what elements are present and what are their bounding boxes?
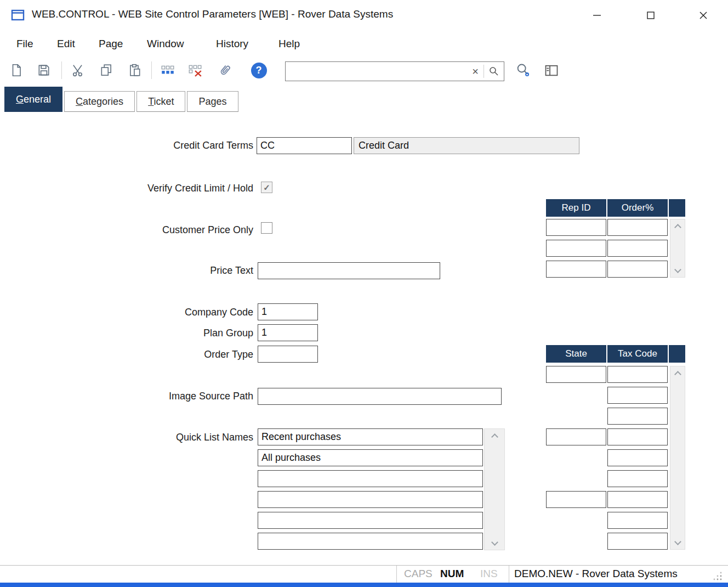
tab-ticket[interactable]: Ticket	[136, 91, 185, 112]
cut-scissors-icon	[71, 63, 85, 77]
state-cell[interactable]	[546, 491, 606, 508]
menu-item-history[interactable]: History	[213, 36, 252, 52]
insert-detail-button[interactable]	[157, 58, 179, 82]
tax-code-cell[interactable]	[607, 449, 668, 466]
tab-general[interactable]: General	[4, 87, 62, 112]
quick-list-input[interactable]	[258, 512, 483, 529]
rep-table-scrollbar[interactable]	[670, 219, 685, 278]
paste-button[interactable]	[124, 58, 146, 82]
save-button[interactable]	[33, 58, 55, 82]
checkmark-icon: ✓	[263, 183, 270, 193]
quick-list-scrollbar[interactable]	[484, 428, 505, 550]
tax-code-cell[interactable]	[607, 470, 668, 487]
maximize-button[interactable]	[638, 4, 663, 26]
order-pct-cell[interactable]	[607, 261, 668, 278]
quick-list-input[interactable]	[258, 533, 483, 550]
minimize-button[interactable]	[584, 4, 610, 26]
tax-code-cell[interactable]	[607, 533, 668, 550]
menu-item-file[interactable]: File	[13, 36, 37, 52]
record-lookup-button[interactable]	[512, 58, 534, 82]
menu-item-window[interactable]: Window	[144, 36, 187, 52]
ins-indicator: INS	[480, 568, 498, 580]
search-clear-icon[interactable]: ×	[467, 65, 484, 78]
chevron-up-icon	[491, 433, 498, 441]
tab-pages-label: Pages	[198, 96, 226, 108]
toolbar-separator	[61, 61, 62, 79]
scroll-down-button[interactable]	[670, 536, 685, 549]
customer-price-only-checkbox[interactable]	[261, 222, 272, 234]
tax-code-cell[interactable]	[607, 387, 668, 404]
scroll-down-button[interactable]	[670, 264, 685, 277]
tax-code-cell[interactable]	[607, 408, 668, 425]
tax-code-cell[interactable]	[607, 491, 668, 508]
search-box: ×	[285, 61, 504, 81]
num-indicator: NUM	[440, 568, 464, 580]
image-source-path-input[interactable]	[258, 388, 502, 405]
status-bar: CAPS NUM INS DEMO.NEW - Rover Data Syste…	[0, 565, 728, 583]
tab-pages[interactable]: Pages	[187, 91, 238, 112]
insert-detail-grid-icon	[160, 63, 175, 77]
scroll-down-button[interactable]	[485, 537, 504, 550]
help-icon: ?	[251, 63, 267, 78]
customer-price-only-label: Customer Price Only	[0, 224, 253, 236]
status-separator	[509, 566, 509, 583]
tax-code-cell[interactable]	[607, 428, 668, 445]
quick-list-input[interactable]	[258, 491, 483, 508]
plan-group-input[interactable]	[258, 324, 318, 341]
title-bar: WEB.CONTROL - WEB Site Control Parameter…	[0, 0, 728, 31]
credit-card-terms-display: Credit Card	[354, 137, 579, 154]
state-cell[interactable]	[546, 428, 606, 445]
chevron-down-icon	[674, 266, 681, 273]
quick-list-input[interactable]	[258, 428, 483, 445]
rep-table-header-orderpct: Order%	[607, 199, 668, 217]
quick-list-input[interactable]	[258, 470, 483, 487]
verify-credit-limit-checkbox[interactable]: ✓	[261, 182, 272, 193]
copy-button[interactable]	[95, 58, 117, 82]
cut-button[interactable]	[67, 58, 89, 82]
view-layout-icon	[544, 63, 559, 78]
chevron-down-icon	[674, 538, 681, 545]
help-button[interactable]: ?	[248, 58, 270, 82]
scroll-up-button[interactable]	[670, 219, 685, 233]
scroll-up-button[interactable]	[670, 366, 685, 380]
chevron-down-icon	[491, 539, 498, 546]
tab-general-label: General	[16, 94, 51, 105]
quick-list-names-label: Quick List Names	[0, 432, 253, 443]
tab-categories[interactable]: Categories	[64, 91, 135, 112]
tax-code-cell[interactable]	[607, 512, 668, 529]
rep-id-cell[interactable]	[546, 219, 606, 236]
state-cell[interactable]	[546, 366, 606, 383]
rep-table-header-stub	[669, 199, 685, 217]
rep-id-cell[interactable]	[546, 261, 606, 278]
search-input[interactable]	[286, 63, 467, 80]
order-pct-cell[interactable]	[607, 219, 668, 236]
menu-item-edit[interactable]: Edit	[54, 36, 78, 52]
record-lookup-icon	[515, 63, 531, 78]
scroll-up-button[interactable]	[485, 429, 504, 442]
attachment-button[interactable]	[214, 58, 236, 82]
tax-table-scrollbar[interactable]	[670, 366, 685, 550]
company-code-input[interactable]	[258, 303, 318, 320]
paperclip-icon	[217, 63, 232, 78]
close-button[interactable]	[691, 4, 716, 26]
image-source-path-label: Image Source Path	[0, 391, 253, 402]
menu-item-help[interactable]: Help	[275, 36, 303, 52]
search-magnifier-icon[interactable]	[484, 66, 504, 77]
caps-indicator: CAPS	[404, 568, 433, 580]
tax-table-header-state: State	[546, 345, 606, 363]
tax-code-cell[interactable]	[607, 366, 668, 383]
chevron-up-icon	[674, 371, 681, 378]
credit-card-terms-input[interactable]	[257, 137, 352, 154]
new-button[interactable]	[5, 58, 27, 82]
delete-detail-button[interactable]	[184, 58, 206, 82]
resize-grip[interactable]	[713, 571, 723, 581]
rep-id-cell[interactable]	[546, 240, 606, 257]
rep-table-header-repid: Rep ID	[546, 199, 606, 217]
price-text-input[interactable]	[258, 262, 440, 279]
quick-list-input[interactable]	[258, 449, 483, 466]
session-label: DEMO.NEW - Rover Data Systems	[514, 568, 678, 580]
menu-item-page[interactable]: Page	[95, 36, 126, 52]
order-type-input[interactable]	[258, 346, 318, 363]
order-pct-cell[interactable]	[607, 240, 668, 257]
view-layout-button[interactable]	[541, 58, 562, 82]
